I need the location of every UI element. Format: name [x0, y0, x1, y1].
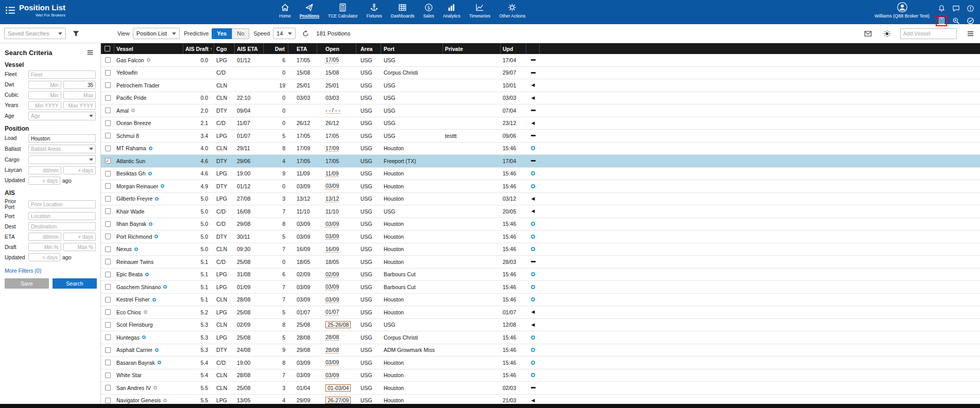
open-date-value[interactable]: 03/09 — [325, 221, 339, 227]
nav-item-fixtures[interactable]: Fixtures — [366, 3, 383, 19]
row-checkbox[interactable] — [105, 171, 111, 176]
table-row[interactable]: Kestrel Fisher5.1CLN28/08703/0903/09USGH… — [101, 294, 980, 307]
row-checkbox[interactable] — [105, 57, 111, 63]
table-row[interactable]: Gas Falcon0.0LPG01/12617/0517/05USGUSG17… — [101, 54, 980, 67]
row-checkbox[interactable] — [105, 272, 111, 277]
ballast-select[interactable]: Ballast Areas — [28, 145, 96, 153]
open-date-value[interactable]: 11/09 — [325, 170, 339, 177]
open-date-value[interactable]: 03/03 — [325, 95, 339, 101]
updated-input[interactable] — [28, 176, 60, 185]
column-header-open[interactable]: Open — [317, 43, 356, 54]
more-filters-link[interactable]: More Filters (0) — [5, 268, 41, 274]
updated-input[interactable] — [28, 253, 60, 261]
row-checkbox[interactable] — [105, 133, 111, 138]
row-checkbox[interactable] — [105, 259, 111, 264]
saved-searches-combobox[interactable]: Saved Searches — [4, 28, 66, 39]
view-select[interactable]: Position List — [133, 28, 180, 39]
table-row[interactable]: Gilberto Freyre5.0LPG27/08313/1213/12USG… — [101, 193, 980, 206]
row-checkbox[interactable] — [105, 120, 111, 126]
open-date-value[interactable]: 25/01 — [325, 82, 339, 88]
sidebar-menu-button[interactable] — [87, 48, 96, 57]
nav-item-tce-calculator[interactable]: TCE Calculator — [327, 3, 359, 19]
select-all-checkbox[interactable] — [105, 46, 110, 51]
dwt-input-1[interactable] — [28, 81, 61, 89]
search-button[interactable]: Search — [53, 278, 97, 289]
nav-item-other-actions[interactable]: Other Actions — [498, 3, 526, 19]
open-date-value[interactable]: 15/08 — [325, 69, 339, 76]
cubic-input-2[interactable] — [63, 91, 96, 99]
table-row[interactable]: MT Rahama4.0CLN29/11817/0917/09USGHousto… — [101, 143, 980, 155]
ais-position-icon[interactable] — [155, 348, 159, 352]
user-menu[interactable]: Williams (Q88 Broker Test) — [874, 2, 930, 19]
open-date-value[interactable]: 18/05 — [325, 259, 339, 265]
cubic-input-1[interactable] — [28, 91, 61, 99]
row-checkbox[interactable] — [105, 309, 111, 315]
table-row[interactable]: Khair Wade5.0C/D16/08711/1011/10USGUSG20… — [101, 205, 980, 218]
row-checkbox[interactable] — [105, 221, 111, 227]
port-input[interactable] — [28, 212, 96, 220]
row-checkbox[interactable] — [105, 297, 111, 303]
row-checkbox[interactable] — [105, 95, 111, 101]
table-row[interactable]: Basaran Bayrak5.4C/D19:00803/0903/09USGH… — [101, 357, 980, 369]
draft-input-2[interactable] — [63, 243, 96, 251]
bell-button[interactable] — [936, 3, 947, 14]
ais-position-icon[interactable] — [158, 361, 161, 364]
row-checkbox[interactable] — [105, 234, 111, 239]
row-checkbox[interactable] — [105, 108, 111, 113]
column-header-eta[interactable]: ETA — [288, 43, 317, 54]
column-header-vessel[interactable]: Vessel — [114, 43, 183, 54]
column-menu-button[interactable] — [965, 28, 976, 39]
ais-position-icon[interactable] — [131, 109, 135, 112]
open-date-value[interactable]: 11/10 — [325, 208, 339, 215]
table-row[interactable]: Asphalt Carrier5.3DTY24/08929/0828/08USG… — [101, 344, 980, 357]
filter-button[interactable] — [70, 28, 81, 39]
open-date-value[interactable]: 01/07 — [325, 309, 339, 315]
open-date-value[interactable]: 01-03/04 — [325, 384, 351, 392]
table-row[interactable]: Epic Beata5.1LPG31/08602/0902/09USGBarbo… — [101, 269, 980, 281]
ais-position-icon[interactable] — [147, 58, 150, 62]
table-row[interactable]: Reinauer Twins5.1C/D25/08018/0518/05USGH… — [101, 256, 980, 269]
row-checkbox[interactable] — [105, 347, 111, 353]
add-vessel-input[interactable] — [900, 28, 957, 39]
column-header-upd[interactable]: Upd — [501, 43, 526, 54]
check-circle-button[interactable] — [965, 15, 976, 26]
open-date-value[interactable]: 28/08 — [325, 334, 339, 341]
age-select[interactable]: Age — [28, 112, 96, 120]
row-checkbox[interactable] — [105, 70, 111, 76]
ais-position-icon[interactable] — [153, 386, 157, 389]
ais-position-icon[interactable] — [152, 298, 156, 301]
nav-item-home[interactable]: Home — [278, 3, 292, 19]
row-checkbox[interactable] — [105, 146, 111, 151]
column-header-ais-draft[interactable]: AIS Draft↑ — [183, 43, 214, 54]
calculator-button[interactable] — [936, 15, 947, 26]
open-date-value[interactable]: 02/09 — [325, 271, 339, 278]
table-row[interactable]: Navigator Genesis5.5LPG13/05429/0926-27/… — [101, 395, 980, 404]
open-date-value[interactable]: 17/05 — [325, 57, 339, 63]
table-row[interactable]: Eco Chios5.2LPG25/08501/0701/07USGHousto… — [101, 306, 980, 319]
row-checkbox[interactable] — [105, 158, 111, 164]
open-date-value[interactable]: 16/09 — [325, 246, 339, 253]
nav-item-positions[interactable]: Positions — [299, 3, 320, 19]
table-row[interactable]: Gaschem Shinano5.1LPG01/09703/0903/09USG… — [101, 281, 980, 294]
prior-port-input[interactable] — [28, 200, 96, 208]
ais-position-icon[interactable] — [163, 399, 167, 402]
dwt-input-2[interactable] — [63, 81, 96, 89]
open-date-value[interactable]: 03/09 — [325, 283, 339, 290]
table-row[interactable]: Huntegas5.3LPG25/08528/0828/08USGCorpus … — [101, 331, 980, 344]
open-date-value[interactable]: 03/09 — [325, 233, 339, 240]
ais-position-icon[interactable] — [148, 172, 152, 175]
ais-position-icon[interactable] — [149, 147, 152, 150]
row-checkbox[interactable] — [105, 246, 111, 252]
open-date-value[interactable]: 03/09 — [325, 359, 339, 366]
column-header-area[interactable]: Area — [356, 43, 381, 54]
draft-input-1[interactable] — [28, 243, 61, 251]
table-row[interactable]: Ilhan Bayrak5.0C/D29/08803/0903/09USGHou… — [101, 218, 980, 231]
open-date-value[interactable]: 03/09 — [325, 372, 339, 379]
ais-position-icon[interactable] — [149, 222, 152, 226]
laycan-input-1[interactable] — [28, 166, 61, 174]
column-header-select[interactable] — [101, 43, 114, 54]
row-checkbox[interactable] — [105, 183, 111, 189]
predictive-no-button[interactable]: No — [232, 28, 249, 39]
column-header-dwt[interactable]: Dwt — [264, 43, 288, 54]
open-date-value[interactable]: 03/09 — [325, 296, 339, 303]
